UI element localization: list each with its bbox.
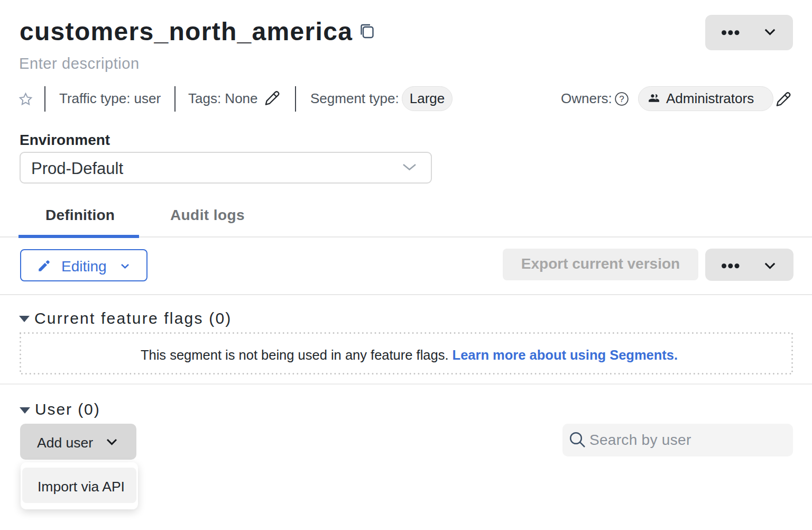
svg-text:?: ? (619, 94, 624, 104)
